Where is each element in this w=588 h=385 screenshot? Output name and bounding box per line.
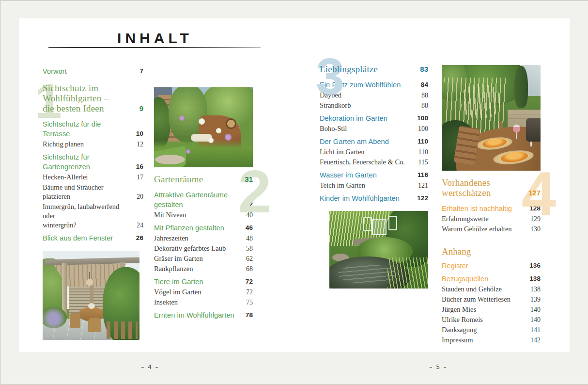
gravel-path — [155, 155, 185, 164]
toc-entry-label: Rankpflanzen — [154, 264, 193, 273]
toc-entry-label: Vögel im Garten — [154, 288, 201, 297]
toc-entry-label: Jürgen Mies — [442, 305, 476, 314]
book-scan-background: INHALT Vorwort71Sichtschutz imWohlfühlga… — [0, 0, 588, 385]
toc-entry-label: Wasser im Garten — [320, 170, 377, 180]
picket-fence — [107, 321, 138, 339]
toc-entry: Bäume und Sträucher platzieren20 — [43, 183, 143, 201]
reeds — [387, 257, 428, 289]
toc-entry: Jürgen Mies140 — [442, 305, 541, 314]
allium-flower — [225, 134, 232, 141]
chapter-title: Sichtschutz imWohlfühlgarten –die besten… — [43, 83, 108, 113]
chapter-page-number: 127 — [527, 188, 541, 198]
toc-entry: Teich im Garten121 — [320, 181, 428, 190]
toc-entry: Insekten75 — [154, 298, 253, 307]
toc-entry: Der Garten am Abend110 — [320, 137, 428, 146]
toc-entry: Sichtschutz für Gartengrenzen16 — [43, 152, 143, 172]
toc-entry-page: 7 — [130, 66, 143, 76]
toc-entry-label: Dekorativ gefärbtes Laub — [154, 244, 226, 253]
chapter-page-number: 31 — [239, 174, 253, 184]
toc-entry-page: 110 — [415, 147, 428, 157]
toc-entry: Ulrike Romeis140 — [442, 315, 541, 324]
toc-entry-page: 100 — [415, 113, 428, 123]
toc-entry: Ernten im Wohlfühlgarten78 — [154, 310, 253, 320]
toc-entry-page: 20 — [130, 192, 143, 201]
toc-entry-label: Register — [442, 261, 468, 271]
white-bistro-table — [372, 219, 387, 235]
toc-entry-page: 121 — [415, 181, 428, 190]
allium-flower — [216, 128, 221, 133]
toc-entry-label: Erfahrungswerte — [442, 214, 489, 224]
toc-column-4: 4Vorhandeneswertschätzen127Erhalten ist … — [442, 65, 541, 345]
toc-entry-page: 72 — [239, 288, 253, 297]
toc-entry-page: 84 — [415, 80, 428, 90]
page-title: INHALT — [49, 31, 261, 46]
toc-entry: Boho-Stil100 — [320, 124, 428, 133]
toc-entry: Hecken-Allerlei17 — [43, 173, 143, 182]
lantern — [526, 118, 541, 142]
toc-entry: Kinder im Wohlfühlgarten122 — [320, 193, 428, 203]
toc-entry: Bezugsquellen138 — [442, 274, 541, 284]
toc-entry: Vögel im Garten72 — [154, 288, 253, 297]
wicker-chair — [88, 318, 101, 332]
toc-entry: Licht im Garten110 — [320, 147, 428, 157]
chapter-title: Gartenräume — [154, 174, 203, 184]
chapter-page-number: 83 — [415, 64, 428, 74]
white-bistro-chair — [388, 216, 397, 230]
toc-entry-page: 88 — [415, 91, 428, 100]
right-page-number: – 5 – — [424, 364, 453, 370]
chapter-page-number: 9 — [130, 103, 143, 113]
toc-entry: Stauden und Gehölze138 — [442, 285, 541, 294]
toc-entry-label: Gräser im Garten — [154, 254, 203, 263]
toc-entry-label: Sichtschutz für Gartengrenzen — [43, 152, 130, 172]
toc-entry-label: Stauden und Gehölze — [442, 285, 502, 294]
toc-entry-label: Mit Niveau — [154, 210, 186, 220]
toc-entry-label: Feuertisch, Feuerschale & Co. — [320, 158, 405, 167]
allium-flower — [179, 115, 185, 121]
toc-entry-page: 48 — [239, 234, 253, 243]
toc-entry-label: Boho-Stil — [320, 124, 347, 133]
toc-entry-label: Mit Pflanzen gestalten — [154, 223, 224, 233]
toc-entry: Danksagung141 — [442, 325, 541, 335]
toc-entry-label: Danksagung — [442, 325, 477, 335]
toc-entry: Tiere im Garten72 — [154, 277, 253, 287]
book-page-spread: INHALT Vorwort71Sichtschutz imWohlfühlga… — [19, 18, 570, 352]
toc-column-1: Vorwort71Sichtschutz imWohlfühlgarten –d… — [43, 63, 143, 340]
toc-entry-label: Hecken-Allerlei — [43, 173, 88, 182]
chapter-3-watermark-numeral: 3 — [316, 56, 344, 96]
section-heading: Anhang — [442, 246, 541, 257]
toc-entry-page: 142 — [527, 336, 541, 345]
toc-entry-label: Jahreszeiten — [154, 234, 188, 243]
toc-entry-page: 115 — [415, 158, 428, 167]
garden-table-photo — [442, 65, 541, 171]
cypress — [514, 66, 528, 108]
wine-glass — [513, 125, 520, 133]
toc-entry-label: Tiere im Garten — [154, 277, 203, 287]
toc-entry-label: Teich im Garten — [320, 181, 365, 190]
toc-entry-page: 122 — [415, 193, 428, 203]
chapter-2-heading: 2Gartenräume31 — [154, 174, 253, 184]
toc-entry-page: 24 — [130, 221, 143, 230]
toc-entry-page: 78 — [239, 310, 253, 320]
hanging-lamp — [86, 279, 93, 286]
title-underline — [48, 47, 261, 48]
toc-entry-page: 116 — [415, 170, 428, 180]
allium-flower — [199, 118, 205, 125]
toc-entry-label: Richtig planen — [43, 140, 84, 149]
toc-entry: Impressum142 — [442, 336, 541, 345]
left-page-number: – 4 – — [136, 364, 165, 370]
table-bouquet — [88, 303, 95, 309]
toc-entry: Immergrün, laubabwerfend oderwintergrün?… — [43, 202, 143, 230]
toc-entry-page: 17 — [130, 173, 143, 182]
toc-entry-page: 75 — [239, 298, 253, 307]
wine-glass-stem — [516, 132, 517, 139]
toc-entry-label: Bezugsquellen — [442, 274, 488, 284]
toc-entry: Jahreszeiten48 — [154, 234, 253, 243]
toc-entry: Register136 — [442, 261, 541, 271]
toc-entry-label: Ernten im Wohlfühlgarten — [154, 310, 234, 320]
garden-pond-photo — [329, 211, 428, 289]
toc-entry-label: Attraktive Gartenräume gestalten — [154, 190, 239, 209]
toc-entry: Dekoration im Garten100 — [320, 113, 428, 123]
toc-entry-page: 10 — [130, 129, 143, 139]
toc-entry-label: Ulrike Romeis — [442, 315, 483, 324]
toc-column-3: 3Lieblingsplätze83Ein Platz zum Wohlfühl… — [320, 57, 428, 289]
